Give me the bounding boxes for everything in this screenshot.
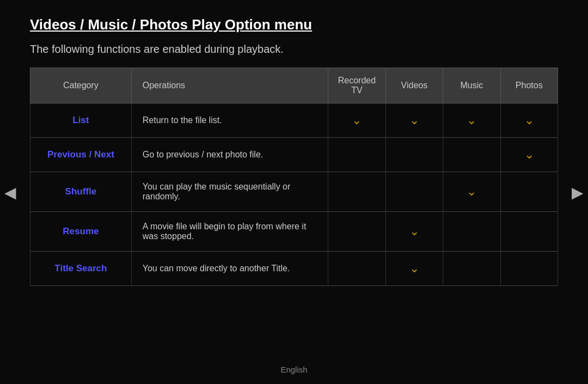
checkmark-icon: ⌄ xyxy=(467,185,476,199)
recorded-tv-cell-previous-next xyxy=(328,138,385,172)
table-row-shuffle: ShuffleYou can play the music sequential… xyxy=(30,172,558,212)
videos-cell-list: ⌄ xyxy=(385,103,443,138)
music-cell-previous-next xyxy=(443,138,500,172)
operations-cell-title-search: You can move directly to another Title. xyxy=(131,252,328,286)
page-subtitle: The following functions are enabled duri… xyxy=(30,43,558,56)
header-music: Music xyxy=(443,68,500,103)
operations-cell-shuffle: You can play the music sequentially or r… xyxy=(131,172,328,212)
category-cell-title-search: Title Search xyxy=(30,252,132,286)
operations-cell-previous-next: Go to previous / next photo file. xyxy=(131,138,328,172)
photos-cell-shuffle xyxy=(500,172,558,212)
page-container: ◀ ▶ Videos / Music / Photos Play Option … xyxy=(0,0,588,384)
photos-cell-list: ⌄ xyxy=(500,103,558,138)
category-cell-shuffle: Shuffle xyxy=(30,172,132,212)
nav-arrow-left[interactable]: ◀ xyxy=(4,183,16,201)
checkmark-icon: ⌄ xyxy=(467,113,476,127)
recorded-tv-cell-resume xyxy=(328,212,385,252)
recorded-tv-cell-shuffle xyxy=(328,172,385,212)
music-cell-resume xyxy=(443,212,500,252)
header-category: Category xyxy=(30,68,132,103)
nav-arrow-right[interactable]: ▶ xyxy=(572,183,584,201)
header-videos: Videos xyxy=(385,68,443,103)
category-cell-previous-next: Previous / Next xyxy=(30,138,132,172)
videos-cell-previous-next xyxy=(385,138,443,172)
photos-cell-title-search xyxy=(500,252,558,286)
checkmark-icon: ⌄ xyxy=(352,113,362,127)
videos-cell-resume: ⌄ xyxy=(385,212,443,252)
footer-language: English xyxy=(0,365,588,374)
checkmark-icon: ⌄ xyxy=(409,261,419,276)
checkmark-icon: ⌄ xyxy=(409,113,419,127)
page-title: Videos / Music / Photos Play Option menu xyxy=(30,16,558,33)
checkmark-icon: ⌄ xyxy=(409,224,419,239)
header-photos: Photos xyxy=(500,68,558,103)
photos-cell-resume xyxy=(500,212,558,252)
recorded-tv-cell-list: ⌄ xyxy=(328,103,385,138)
checkmark-icon: ⌄ xyxy=(524,148,534,162)
table-row-list: ListReturn to the file list.⌄⌄⌄⌄ xyxy=(30,103,558,138)
checkmark-icon: ⌄ xyxy=(524,113,534,127)
header-recorded-tv: RecordedTV xyxy=(328,68,385,103)
operations-cell-resume: A movie file will begin to play from whe… xyxy=(131,212,328,252)
recorded-tv-cell-title-search xyxy=(328,252,385,286)
videos-cell-shuffle xyxy=(385,172,443,212)
table-row-previous-next: Previous / NextGo to previous / next pho… xyxy=(30,138,558,172)
main-table: Category Operations RecordedTV Videos Mu… xyxy=(30,68,558,286)
music-cell-shuffle: ⌄ xyxy=(443,172,500,212)
category-cell-resume: Resume xyxy=(30,212,132,252)
music-cell-title-search xyxy=(443,252,500,286)
table-header-row: Category Operations RecordedTV Videos Mu… xyxy=(30,68,558,103)
music-cell-list: ⌄ xyxy=(443,103,500,138)
table-row-resume: ResumeA movie file will begin to play fr… xyxy=(30,212,558,252)
header-operations: Operations xyxy=(131,68,328,103)
operations-cell-list: Return to the file list. xyxy=(131,103,328,138)
photos-cell-previous-next: ⌄ xyxy=(500,138,558,172)
table-row-title-search: Title SearchYou can move directly to ano… xyxy=(30,252,558,286)
category-cell-list: List xyxy=(30,103,132,138)
videos-cell-title-search: ⌄ xyxy=(385,252,443,286)
